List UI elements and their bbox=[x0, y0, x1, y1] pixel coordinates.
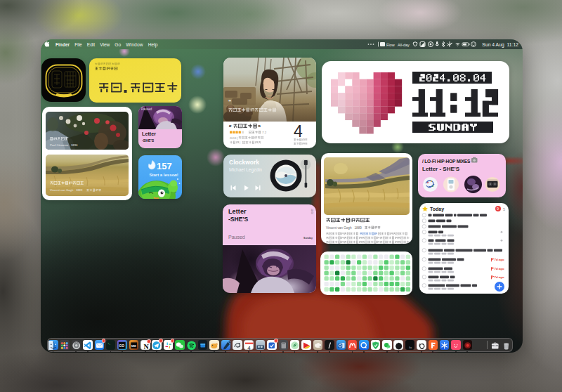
svg-text:|: | bbox=[240, 141, 240, 144]
svg-text:“: “ bbox=[228, 98, 232, 105]
svg-text:kc: kc bbox=[409, 346, 412, 349]
svg-text:>_: >_ bbox=[107, 342, 110, 345]
svg-text:2013 |: 2013 | bbox=[230, 136, 238, 140]
svg-text:7d ago: 7d ago bbox=[495, 267, 504, 270]
svg-text:N: N bbox=[143, 342, 149, 350]
svg-text:»: » bbox=[258, 123, 261, 129]
svg-text:7d ago: 7d ago bbox=[495, 275, 504, 279]
svg-text:Vincent van Gogh · 1889: Vincent van Gogh · 1889 bbox=[50, 188, 83, 192]
svg-text:9: 9 bbox=[497, 207, 499, 211]
svg-text:Letter - SHE'S: Letter - SHE'S bbox=[422, 166, 460, 172]
svg-text:«: « bbox=[229, 123, 232, 129]
svg-text:GO: GO bbox=[119, 344, 125, 348]
svg-text:Paul Cézanne · 1890: Paul Cézanne · 1890 bbox=[50, 143, 78, 147]
svg-text:7.2: 7.2 bbox=[262, 131, 267, 134]
svg-text:157: 157 bbox=[157, 161, 172, 171]
svg-text:5: 5 bbox=[503, 207, 505, 211]
svg-text:Start a lesson!: Start a lesson! bbox=[150, 173, 178, 177]
svg-text:4: 4 bbox=[248, 344, 251, 351]
svg-text:/ LO-FI HIP-HOP MIXES: / LO-FI HIP-HOP MIXES bbox=[422, 159, 471, 164]
svg-text:Today: Today bbox=[430, 207, 444, 212]
svg-text:Vincent van Gogh · 1889: Vincent van Gogh · 1889 bbox=[326, 226, 362, 230]
svg-text:4: 4 bbox=[294, 122, 303, 141]
svg-text:7d ago: 7d ago bbox=[495, 258, 504, 261]
svg-text:MM: MM bbox=[131, 344, 136, 347]
